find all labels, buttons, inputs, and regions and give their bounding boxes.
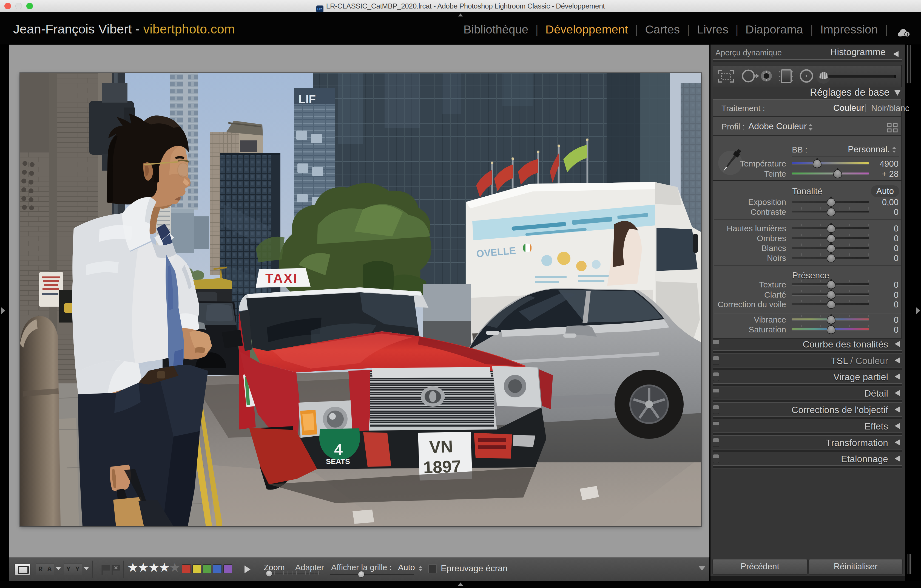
- svg-text:TAXI: TAXI: [265, 271, 298, 285]
- svg-text:LIF: LIF: [298, 93, 316, 106]
- svg-text:VN: VN: [429, 437, 453, 457]
- svg-text:SEATS: SEATS: [326, 458, 350, 466]
- svg-text:4: 4: [334, 441, 343, 458]
